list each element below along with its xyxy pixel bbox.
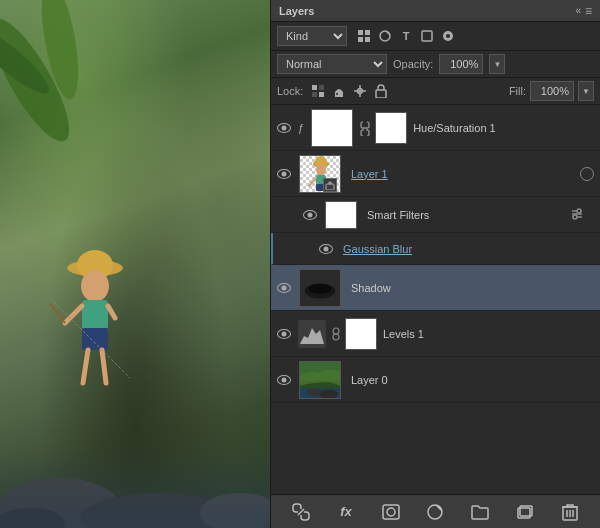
hue-sat-special-icon: ƒ [298, 122, 304, 134]
new-group-button[interactable] [468, 500, 492, 524]
layer1-name[interactable]: Layer 1 [351, 168, 580, 180]
layer0-thumb [299, 361, 341, 399]
photo-background [0, 0, 270, 528]
svg-point-54 [309, 284, 332, 294]
layer1-scroll-badge [580, 167, 594, 181]
layer-item-smart-filters[interactable]: Smart Filters [271, 197, 600, 233]
visibility-layer0[interactable] [275, 371, 293, 389]
hue-sat-thumb [311, 109, 353, 147]
svg-rect-9 [82, 328, 108, 350]
visibility-shadow[interactable] [275, 279, 293, 297]
svg-rect-46 [326, 201, 356, 227]
visibility-smart-filters[interactable] [301, 206, 319, 224]
panel-footer: fx [271, 494, 600, 528]
svg-point-50 [577, 209, 581, 213]
panel-header-icons: « ≡ [575, 4, 592, 18]
lock-pixels-icon[interactable] [309, 82, 327, 100]
panel-header: Layers « ≡ [271, 0, 600, 22]
svg-rect-28 [312, 92, 317, 97]
layer-item-shadow[interactable]: Shadow [271, 265, 600, 311]
svg-line-11 [102, 350, 106, 383]
svg-rect-21 [365, 37, 370, 42]
delete-layer-button[interactable] [558, 500, 582, 524]
layers-list: ƒ Hue/Saturation 1 [271, 105, 600, 494]
svg-rect-35 [312, 109, 352, 145]
visibility-levels1[interactable] [275, 325, 293, 343]
type-filter-icon[interactable]: T [397, 27, 415, 45]
shadow-thumb [299, 269, 341, 307]
link-layers-button[interactable] [289, 500, 313, 524]
svg-line-10 [83, 350, 88, 383]
visibility-gaussian-blur[interactable] [317, 240, 335, 258]
svg-rect-19 [365, 30, 370, 35]
lock-image-icon[interactable] [330, 82, 348, 100]
layer-item-levels1[interactable]: Levels 1 [271, 311, 600, 357]
visibility-layer1[interactable] [275, 165, 293, 183]
opacity-dropdown[interactable]: ▼ [489, 54, 505, 74]
svg-point-25 [446, 34, 450, 38]
kind-row: Kind T [271, 22, 600, 51]
smart-filters-thumb [325, 201, 357, 229]
svg-point-56 [333, 328, 339, 334]
smart-filter-icon[interactable] [439, 27, 457, 45]
layer0-name: Layer 0 [351, 374, 596, 386]
chain-icon-hue-sat [359, 120, 371, 136]
layer-item-layer1[interactable]: Layer 1 [271, 151, 600, 197]
shape-filter-icon[interactable] [418, 27, 436, 45]
levels1-mask [345, 318, 377, 350]
new-layer-button[interactable] [513, 500, 537, 524]
lock-label: Lock: [277, 85, 303, 97]
hue-sat-name: Hue/Saturation 1 [413, 122, 596, 134]
fill-dropdown[interactable]: ▼ [578, 81, 594, 101]
svg-point-51 [573, 215, 577, 219]
svg-rect-6 [82, 300, 108, 330]
layer-item-layer0[interactable]: Layer 0 [271, 357, 600, 403]
svg-point-5 [81, 270, 109, 302]
lock-position-icon[interactable] [351, 82, 369, 100]
shadow-name: Shadow [351, 282, 596, 294]
svg-line-7 [65, 306, 82, 323]
panel-menu-icon[interactable]: ≡ [585, 4, 592, 18]
smart-filters-settings-icon[interactable] [570, 207, 584, 223]
levels1-name: Levels 1 [383, 328, 596, 340]
adjustment-filter-icon[interactable] [376, 27, 394, 45]
blend-row: Normal Opacity: 100% ▼ [271, 51, 600, 78]
fill-input[interactable]: 100% [530, 81, 574, 101]
layer1-badge [323, 178, 337, 192]
lock-all-icon[interactable] [372, 82, 390, 100]
hue-sat-mask [375, 112, 407, 144]
svg-rect-29 [319, 92, 324, 97]
kind-select[interactable]: Kind [277, 26, 347, 46]
lock-icons [309, 82, 390, 100]
layer-item-gaussian-blur[interactable]: Gaussian Blur [271, 233, 600, 265]
svg-line-64 [298, 509, 304, 515]
svg-line-42 [309, 178, 316, 186]
opacity-input[interactable]: 100% [439, 54, 483, 74]
add-mask-button[interactable] [379, 500, 403, 524]
gaussian-blur-name[interactable]: Gaussian Blur [343, 243, 596, 255]
blend-mode-select[interactable]: Normal [277, 54, 387, 74]
add-adjustment-button[interactable] [423, 500, 447, 524]
layers-panel: Layers « ≡ Kind T [270, 0, 600, 528]
svg-rect-20 [358, 37, 363, 42]
svg-point-57 [333, 334, 339, 340]
svg-point-63 [319, 389, 338, 398]
svg-rect-18 [358, 30, 363, 35]
panel-title: Layers [279, 5, 314, 17]
collapse-icon[interactable]: « [575, 5, 581, 16]
opacity-label: Opacity: [393, 58, 433, 70]
layer-item-hue-sat[interactable]: ƒ Hue/Saturation 1 [271, 105, 600, 151]
svg-rect-26 [312, 85, 317, 90]
add-fx-button[interactable]: fx [334, 500, 358, 524]
smart-filters-name: Smart Filters [367, 209, 596, 221]
fill-label: Fill: [509, 85, 526, 97]
pixel-filter-icon[interactable] [355, 27, 373, 45]
svg-point-66 [387, 508, 395, 516]
chain-icon-levels1 [331, 327, 341, 341]
svg-rect-34 [376, 90, 386, 98]
levels-adj-icon [298, 320, 326, 348]
visibility-hue-sat[interactable] [275, 119, 293, 137]
svg-point-39 [316, 164, 326, 176]
fill-group: Fill: 100% ▼ [509, 81, 594, 101]
filter-icons: T [355, 27, 457, 45]
